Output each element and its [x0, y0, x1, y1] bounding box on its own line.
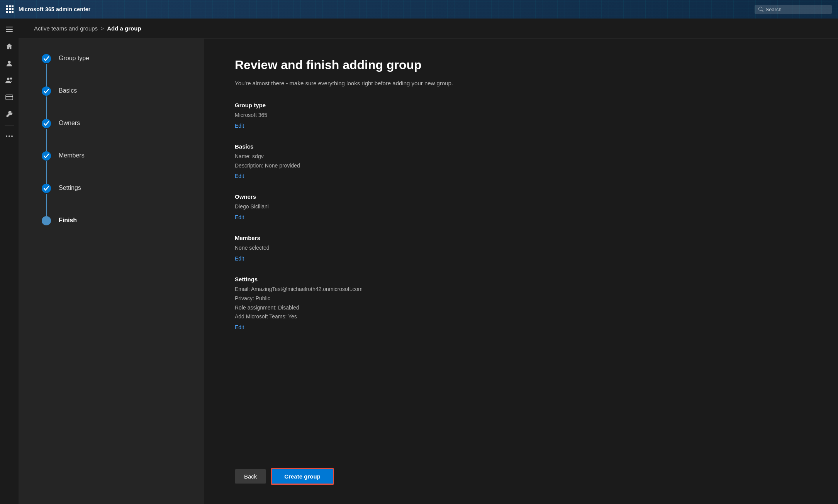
step-line-3 [46, 129, 47, 151]
step-label-group-type[interactable]: Group type [59, 54, 89, 62]
search-icon [758, 7, 763, 12]
wizard-step-finish: Finish [42, 216, 181, 225]
breadcrumb-current: Add a group [107, 25, 141, 32]
review-section-group-type: Group type Microsoft 365 Edit [235, 102, 807, 129]
footer-buttons: Back Create group [235, 453, 807, 485]
edit-link-basics[interactable]: Edit [235, 173, 244, 179]
icon-sidebar [0, 19, 19, 504]
section-detail-group-type: Microsoft 365 [235, 111, 807, 120]
main-content: Review and finish adding group You're al… [204, 39, 838, 504]
svg-point-8 [6, 135, 7, 137]
sidebar-divider [5, 125, 14, 125]
svg-rect-7 [6, 96, 13, 97]
section-detail-members: None selected [235, 244, 807, 253]
svg-point-3 [8, 61, 10, 64]
section-detail-basics: Name: sdgvDescription: None provided [235, 152, 807, 171]
apps-icon[interactable] [6, 5, 14, 13]
wizard-step-basics: Basics [42, 86, 181, 119]
section-detail-owners: Diego Siciliani [235, 202, 807, 211]
step-line-5 [46, 194, 47, 216]
sidebar-item-wrench[interactable] [2, 107, 17, 122]
sidebar-item-menu[interactable] [2, 22, 17, 37]
step-label-owners[interactable]: Owners [59, 119, 80, 127]
step-icon-owners [42, 119, 51, 128]
review-section-settings: Settings Email: AmazingTest@michaelroth4… [235, 276, 807, 331]
search-input[interactable] [766, 7, 828, 12]
edit-link-settings[interactable]: Edit [235, 324, 244, 330]
svg-point-4 [7, 78, 9, 80]
sidebar-item-people[interactable] [2, 73, 17, 88]
step-line-2 [46, 96, 47, 119]
review-title: Review and finish adding group [235, 58, 807, 72]
breadcrumb: Active teams and groups > Add a group [19, 19, 838, 39]
search-box[interactable] [755, 5, 832, 14]
step-icon-basics [42, 86, 51, 96]
step-label-finish: Finish [59, 216, 77, 224]
step-line-1 [46, 64, 47, 86]
step-icon-settings [42, 184, 51, 193]
edit-link-members[interactable]: Edit [235, 255, 244, 262]
step-icon-group-type [42, 54, 51, 63]
review-subtitle: You're almost there - make sure everythi… [235, 80, 807, 86]
svg-rect-1 [6, 29, 13, 30]
sidebar-item-card[interactable] [2, 90, 17, 105]
edit-link-owners[interactable]: Edit [235, 214, 244, 220]
review-section-members: Members None selected Edit [235, 235, 807, 262]
svg-rect-6 [6, 95, 13, 100]
step-label-settings[interactable]: Settings [59, 184, 81, 191]
svg-rect-2 [6, 31, 13, 32]
section-title-group-type: Group type [235, 102, 807, 108]
step-label-basics[interactable]: Basics [59, 86, 77, 94]
topbar: Microsoft 365 admin center [0, 0, 838, 19]
back-button[interactable]: Back [235, 469, 266, 484]
create-group-button[interactable]: Create group [271, 468, 334, 485]
svg-point-5 [10, 78, 12, 79]
step-icon-finish [42, 216, 51, 225]
sidebar-item-more[interactable] [2, 129, 17, 144]
wizard-sidebar: Group type Basics [19, 39, 204, 504]
section-title-owners: Owners [235, 193, 807, 200]
svg-point-9 [8, 135, 10, 137]
svg-rect-0 [6, 27, 13, 27]
section-title-basics: Basics [235, 143, 807, 150]
sidebar-item-user[interactable] [2, 56, 17, 71]
review-section-owners: Owners Diego Siciliani Edit [235, 193, 807, 221]
section-detail-settings: Email: AmazingTest@michaelroth42.onmicro… [235, 285, 807, 321]
review-section-basics: Basics Name: sdgvDescription: None provi… [235, 143, 807, 180]
app-title: Microsoft 365 admin center [19, 6, 90, 12]
breadcrumb-link[interactable]: Active teams and groups [34, 25, 98, 32]
wizard-step-group-type: Group type [42, 54, 181, 86]
step-line-4 [46, 161, 47, 184]
step-label-members[interactable]: Members [59, 151, 85, 159]
wizard-step-members: Members [42, 151, 181, 184]
wizard-step-owners: Owners [42, 119, 181, 151]
wizard-step-settings: Settings [42, 184, 181, 216]
section-title-settings: Settings [235, 276, 807, 282]
svg-point-10 [11, 135, 13, 137]
section-title-members: Members [235, 235, 807, 241]
sidebar-item-home[interactable] [2, 39, 17, 54]
step-icon-members [42, 151, 51, 161]
breadcrumb-separator: > [101, 25, 104, 32]
edit-link-group-type[interactable]: Edit [235, 123, 244, 129]
